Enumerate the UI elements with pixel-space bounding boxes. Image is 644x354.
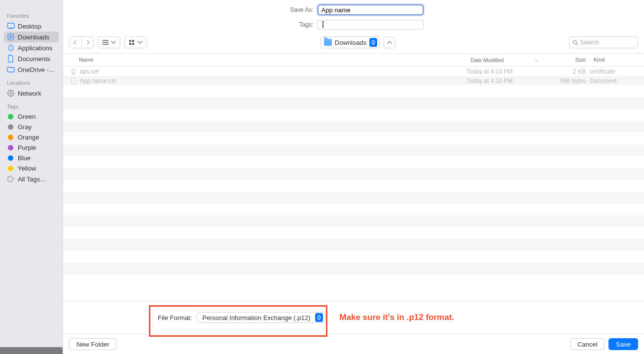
chevron-down-icon — [111, 40, 116, 45]
sidebar-tag-orange[interactable]: Orange — [4, 132, 59, 142]
search-icon — [572, 39, 578, 46]
sidebar-item-documents[interactable]: Documents — [4, 53, 59, 64]
file-date: Today at 4:10 PM — [466, 68, 545, 75]
svg-rect-0 — [7, 23, 14, 28]
document-icon — [70, 77, 77, 84]
tag-dot-icon — [8, 145, 13, 150]
forward-button[interactable] — [81, 37, 93, 48]
file-list[interactable]: aps.cer Today at 4:10 PM 2 KB certificat… — [63, 67, 644, 301]
sidebar-item-label: Green — [18, 113, 36, 120]
save-button[interactable]: Save — [608, 338, 638, 350]
location-popup[interactable]: Downloads — [321, 36, 380, 48]
tags-label: Tags: — [284, 21, 314, 28]
sidebar-item-label: Desktop — [18, 23, 41, 30]
sidebar-section-tags: Tags — [4, 102, 59, 111]
column-date-modified[interactable]: Date Modified⌄ — [466, 54, 545, 66]
svg-point-10 — [72, 69, 75, 72]
documents-icon — [7, 55, 15, 63]
file-size: 2 KB — [545, 68, 590, 75]
empty-row — [63, 227, 644, 239]
sidebar-item-applications[interactable]: Applications — [4, 42, 59, 53]
location-label: Downloads — [335, 39, 366, 46]
all-tags-icon — [7, 175, 15, 183]
sidebar-item-label: Network — [18, 90, 41, 97]
sidebar-item-network[interactable]: Network — [4, 88, 59, 99]
sidebar-item-label: OneDrive -… — [18, 66, 55, 73]
sidebar-all-tags[interactable]: All Tags… — [4, 174, 59, 184]
tag-dot-icon — [8, 114, 13, 119]
view-list-button[interactable] — [98, 36, 120, 48]
file-kind: certificate — [590, 68, 644, 75]
svg-rect-8 — [132, 43, 134, 45]
sidebar-tag-gray[interactable]: Gray — [4, 122, 59, 132]
sidebar-item-desktop[interactable]: Desktop — [4, 21, 59, 32]
tag-dot-icon — [8, 135, 13, 140]
file-size: 956 bytes — [545, 77, 590, 84]
sort-indicator-icon: ⌄ — [534, 57, 538, 63]
svg-rect-5 — [129, 40, 131, 42]
folder-icon — [324, 39, 332, 46]
sidebar-item-label: Yellow — [18, 165, 36, 172]
cloud-folder-icon — [7, 66, 15, 73]
main-content: Save As: Tags: I Downloads — [63, 0, 644, 354]
empty-row — [63, 168, 644, 180]
sidebar-tag-purple[interactable]: Purple — [4, 142, 59, 153]
file-format-select[interactable]: Personal Information Exchange (.p12) — [197, 312, 325, 323]
certificate-icon — [70, 68, 77, 75]
svg-point-9 — [573, 40, 576, 44]
downloads-icon — [7, 33, 15, 41]
file-name: App name.csr — [80, 77, 116, 84]
save-fields: Save As: Tags: I — [63, 0, 644, 34]
applications-icon — [7, 44, 15, 52]
search-input[interactable] — [580, 39, 635, 46]
save-as-label: Save As: — [284, 6, 314, 13]
sidebar-tag-green[interactable]: Green — [4, 111, 59, 122]
save-as-input[interactable] — [318, 4, 424, 15]
sidebar-item-label: Blue — [18, 154, 31, 162]
search-field[interactable] — [569, 36, 638, 48]
sidebar-item-downloads[interactable]: Downloads — [4, 32, 59, 42]
file-row[interactable]: App name.csr Today at 4:10 PM 956 bytes … — [63, 76, 644, 85]
column-kind[interactable]: Kind — [590, 54, 644, 66]
window-resize-handle — [0, 347, 63, 354]
file-format-label: File Format: — [158, 314, 192, 321]
updown-arrows-icon — [315, 313, 323, 322]
view-grid-button[interactable] — [124, 36, 147, 48]
empty-row — [63, 263, 644, 275]
svg-rect-7 — [129, 43, 131, 45]
file-kind: Document — [590, 77, 644, 84]
column-size[interactable]: Size — [545, 54, 590, 66]
empty-row — [63, 192, 644, 204]
back-button[interactable] — [70, 37, 81, 48]
svg-rect-6 — [132, 40, 134, 42]
empty-row — [63, 85, 644, 97]
file-row[interactable]: aps.cer Today at 4:10 PM 2 KB certificat… — [63, 67, 644, 76]
svg-rect-1 — [9, 28, 13, 29]
svg-point-4 — [9, 177, 10, 178]
sidebar-section-locations: Locations — [4, 78, 59, 88]
desktop-icon — [7, 22, 15, 30]
empty-row — [63, 144, 644, 156]
sidebar-tag-yellow[interactable]: Yellow — [4, 163, 59, 174]
sidebar-item-label: Documents — [18, 55, 50, 63]
table-header: Name Date Modified⌄ Size Kind — [63, 54, 644, 67]
empty-row — [63, 109, 644, 121]
tag-dot-icon — [8, 166, 13, 171]
empty-row — [63, 133, 644, 144]
empty-row — [63, 97, 644, 109]
new-folder-button[interactable]: New Folder — [69, 338, 116, 350]
sidebar-item-label: Applications — [18, 44, 52, 52]
empty-row — [63, 251, 644, 263]
column-name[interactable]: Name — [63, 54, 466, 66]
tags-input[interactable] — [318, 20, 424, 30]
grid-icon — [129, 39, 136, 45]
sidebar-tag-blue[interactable]: Blue — [4, 153, 59, 163]
file-date: Today at 4:10 PM — [466, 77, 545, 84]
collapse-button[interactable] — [384, 36, 395, 48]
cancel-button[interactable]: Cancel — [570, 338, 605, 350]
sidebar-item-label: All Tags… — [18, 176, 46, 183]
footer: New Folder Cancel Save — [63, 334, 644, 354]
sidebar: Favorites Desktop Downloads Applications… — [0, 0, 63, 354]
sidebar-item-onedrive[interactable]: OneDrive -… — [4, 64, 59, 75]
empty-row — [63, 121, 644, 133]
